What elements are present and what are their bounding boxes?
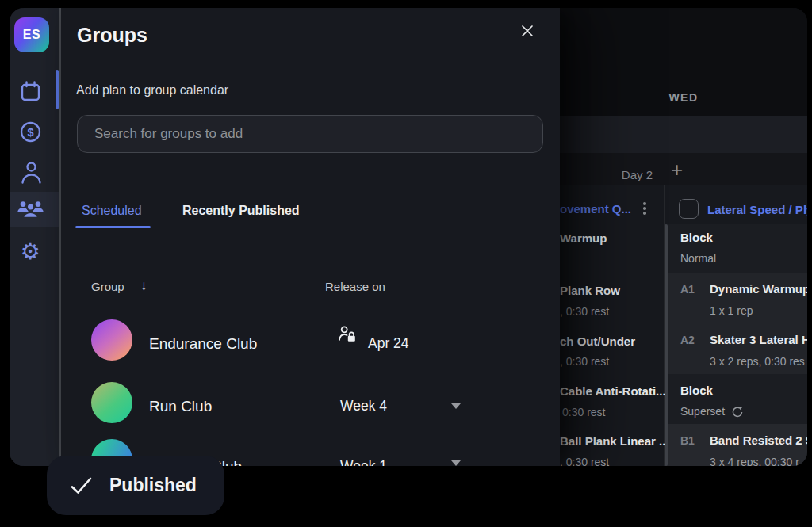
- workspace-avatar[interactable]: ES: [14, 17, 49, 52]
- exercise-name: Plank Row: [560, 284, 620, 297]
- block-label: Block: [680, 384, 713, 397]
- exercise-name: Ball Plank Linear ...: [560, 434, 669, 448]
- exercise-detail: 3 x 4 reps, 00:30 r: [710, 456, 799, 466]
- active-tab-underline: [75, 226, 151, 228]
- workout-checkbox[interactable]: [679, 199, 699, 219]
- sidebar-item-calendar[interactable]: [18, 79, 42, 103]
- active-nav-indicator: [56, 70, 59, 109]
- chevron-down-icon[interactable]: [451, 403, 461, 409]
- group-avatar: [91, 382, 132, 423]
- exercise-name: Band Resisted 2 Step: [710, 433, 807, 447]
- toast-label: Published: [109, 475, 197, 496]
- people-icon: [17, 197, 44, 222]
- dollar-icon: $: [19, 120, 42, 143]
- release-date: Apr 24: [368, 335, 409, 352]
- weekday-header: WED: [658, 91, 709, 104]
- check-icon: [71, 475, 92, 496]
- exercise-name: Warmup: [560, 231, 607, 245]
- release-week-dropdown[interactable]: Week 1: [340, 458, 387, 466]
- exercise-detail: 1 x 1 rep: [710, 304, 753, 317]
- workout-link-right[interactable]: Lateral Speed / Plyo: [707, 203, 807, 216]
- exercise-tag: B1: [680, 434, 695, 447]
- exercise-tag: A2: [680, 334, 695, 346]
- exercise-detail: 0:30 rest: [562, 406, 605, 418]
- group-name: Endurance Club: [149, 335, 257, 353]
- block-mode: Superset: [680, 405, 725, 418]
- exercise-detail: 3 x 2 reps, 0:30 res: [710, 355, 805, 368]
- release-week-dropdown[interactable]: Week 4: [340, 398, 387, 414]
- overflow-menu-icon[interactable]: [643, 202, 646, 215]
- modal-subtitle: Add plan to group calendar: [76, 83, 228, 97]
- person-lock-icon: [338, 325, 357, 342]
- exercise-name: Skater 3 Lateral Hop: [710, 333, 807, 346]
- group-avatar: [91, 319, 132, 361]
- calendar-icon: [20, 80, 41, 102]
- sidebar-item-groups[interactable]: [16, 197, 44, 222]
- close-icon: [521, 25, 534, 37]
- modal-title: Groups: [77, 24, 147, 47]
- block-mode: Normal: [680, 252, 716, 265]
- release-column-header: Release on: [325, 280, 385, 293]
- search-input[interactable]: [78, 116, 542, 152]
- close-button[interactable]: [518, 21, 537, 40]
- exercise-detail: , 0:30 rest: [560, 456, 609, 466]
- group-column-header[interactable]: Group: [91, 280, 124, 293]
- block-label: Block: [680, 231, 713, 244]
- gear-icon: ⚙: [20, 241, 40, 263]
- exercise-name: ch Out/Under: [560, 334, 635, 348]
- workout-link-left[interactable]: ovement Q...: [560, 202, 631, 216]
- exercise-name: Dynamic Warmup: [710, 282, 807, 296]
- tab-scheduled[interactable]: Scheduled: [82, 204, 142, 218]
- exercise-name: Cable Anti-Rotati...: [560, 384, 666, 398]
- add-day-button[interactable]: +: [671, 159, 683, 180]
- tab-recently-published[interactable]: Recently Published: [182, 204, 300, 218]
- group-search: [77, 115, 543, 153]
- groups-modal: Groups Add plan to group calendar Schedu…: [61, 8, 560, 466]
- page-background: { "app": { "avatar_initials": "ES" }, "s…: [0, 0, 812, 527]
- published-toast: Published: [47, 456, 224, 515]
- svg-text:$: $: [27, 126, 33, 139]
- sidebar-item-settings[interactable]: ⚙: [18, 240, 42, 264]
- exercise-tag: A1: [680, 283, 695, 296]
- sidebar: ES $: [10, 8, 61, 466]
- sidebar-item-billing[interactable]: $: [18, 120, 42, 143]
- superset-refresh-icon: [731, 406, 744, 418]
- group-name: Run Club: [149, 398, 212, 415]
- workout-card: Lateral Speed / Plyo Block Normal A1 Dyn…: [665, 185, 807, 466]
- exercise-detail: , 0:30 rest: [560, 305, 609, 318]
- app-window: WED Day 2 + ovement Q... Warmup Plank Ro…: [10, 8, 807, 466]
- chevron-down-icon[interactable]: [451, 460, 461, 466]
- day-label: Day 2: [565, 168, 653, 181]
- sidebar-item-clients[interactable]: [19, 158, 43, 185]
- person-icon: [20, 159, 43, 185]
- exercise-detail: , 0:30 rest: [560, 355, 609, 368]
- card-scrollbar[interactable]: [665, 224, 668, 466]
- sort-descending-icon[interactable]: ↓: [140, 278, 147, 294]
